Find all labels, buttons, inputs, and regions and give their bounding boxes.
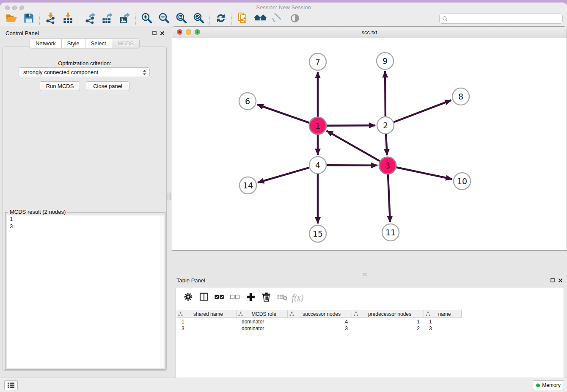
edge-2-8[interactable] <box>394 100 451 122</box>
select-all-checkboxes-icon <box>214 292 225 304</box>
column-header-name[interactable]: name <box>424 310 462 317</box>
cell-successor-nodes[interactable]: 3 <box>288 325 352 332</box>
zoom-selected-button[interactable] <box>190 13 207 25</box>
refresh-view-button[interactable] <box>212 13 229 25</box>
node-label: 1 <box>315 121 320 130</box>
node-10[interactable]: 10 <box>454 173 471 190</box>
node-6[interactable]: 6 <box>239 93 256 110</box>
edge-4-3[interactable] <box>327 165 377 166</box>
edge-3-11[interactable] <box>388 174 390 222</box>
tab-mcds[interactable]: MCDS <box>112 39 139 48</box>
hide-graphics-details-icon <box>272 12 283 25</box>
open-file-icon <box>6 12 17 26</box>
run-mcds-button[interactable]: Run MCDS <box>40 81 80 91</box>
save-session-icon <box>23 13 34 25</box>
zoom-out-button[interactable] <box>155 13 173 25</box>
search-input[interactable] <box>449 16 560 22</box>
float-panel-icon[interactable] <box>151 30 157 36</box>
show-graphics-details-button[interactable] <box>286 13 303 25</box>
vertical-splitter-grip[interactable] <box>168 193 171 200</box>
table-close-icon[interactable] <box>557 277 563 283</box>
column-header-predecessor-nodes[interactable]: predecessor nodes <box>352 310 424 317</box>
node-9[interactable]: 9 <box>377 52 394 69</box>
edge-1-2[interactable] <box>327 125 375 126</box>
import-table-button[interactable] <box>59 13 77 25</box>
sort-hierarchy-icon <box>178 310 183 318</box>
edge-1-6[interactable] <box>257 105 310 123</box>
select-all-checkboxes-button[interactable] <box>212 290 227 305</box>
function-builder-button[interactable]: f(x) <box>290 290 306 305</box>
cell-name[interactable]: 3 <box>424 325 462 332</box>
tab-select[interactable]: Select <box>85 39 112 48</box>
network-graph: 7968124314101511 <box>172 38 567 250</box>
edge-3-10[interactable] <box>396 167 452 179</box>
hide-graphics-details-button[interactable] <box>269 13 286 25</box>
cell-shared-name[interactable]: 1 <box>176 318 237 325</box>
zoom-in-button[interactable] <box>138 13 155 25</box>
task-history-button[interactable] <box>4 380 18 390</box>
delete-table-button[interactable] <box>274 290 290 305</box>
cell-mcds-role[interactable]: dominator <box>237 325 288 332</box>
network-window-titlebar: ✕ − + scc.txt <box>172 27 567 38</box>
memory-button[interactable]: Memory <box>533 380 564 390</box>
control-panel: Control Panel NetworkStyleSelectMCDS Opt… <box>0 26 169 373</box>
node-label: 3 <box>385 161 390 170</box>
horizontal-splitter-grip[interactable] <box>363 273 367 276</box>
zoom-fit-button[interactable] <box>173 13 190 25</box>
table-row[interactable]: 3dominator323 <box>176 325 563 332</box>
export-network-button[interactable] <box>81 13 99 25</box>
export-table-button[interactable] <box>99 13 116 25</box>
cell-successor-nodes[interactable]: 4 <box>288 318 352 325</box>
edge-2-3[interactable] <box>386 134 387 155</box>
node-11[interactable]: 11 <box>382 224 399 241</box>
function-builder-icon: f(x) <box>292 293 304 303</box>
node-8[interactable]: 8 <box>452 88 469 105</box>
window-title: Session: New Session <box>0 4 567 11</box>
criterion-dropdown[interactable]: strongly connected component <box>19 67 150 77</box>
column-header-shared-name[interactable]: shared name <box>176 310 237 317</box>
open-file-button[interactable] <box>3 13 20 25</box>
show-columns-button[interactable] <box>196 290 212 305</box>
table-row[interactable]: 1dominator411 <box>176 318 563 325</box>
cell-mcds-role[interactable]: dominator <box>237 318 288 325</box>
edge-4-14[interactable] <box>258 168 309 182</box>
cell-shared-name[interactable]: 3 <box>176 325 237 332</box>
close-panel-button[interactable]: Close panel <box>86 81 129 91</box>
zoom-fit-icon <box>176 12 187 25</box>
edge-3-1[interactable] <box>327 131 380 161</box>
node-4[interactable]: 4 <box>309 157 326 174</box>
cell-predecessor-nodes[interactable]: 2 <box>352 325 424 332</box>
column-header-successor-nodes[interactable]: successor nodes <box>288 310 352 317</box>
node-1[interactable]: 1 <box>309 117 326 134</box>
new-network-from-file-button[interactable] <box>234 13 251 25</box>
unselect-all-checkboxes-button[interactable] <box>227 290 243 305</box>
tab-style[interactable]: Style <box>61 39 85 48</box>
delete-columns-button[interactable] <box>259 290 274 305</box>
mcds-result-textarea[interactable]: 13 <box>7 215 164 368</box>
node-2[interactable]: 2 <box>377 117 394 134</box>
cell-name[interactable]: 1 <box>424 318 462 325</box>
node-15[interactable]: 15 <box>309 225 326 242</box>
save-session-button[interactable] <box>20 13 37 25</box>
network-canvas[interactable]: 7968124314101511 <box>172 38 567 250</box>
node-7[interactable]: 7 <box>309 53 326 70</box>
node-14[interactable]: 14 <box>239 177 256 194</box>
table-options-gear-button[interactable] <box>180 290 196 305</box>
column-label: successor nodes <box>294 311 352 317</box>
table-float-icon[interactable] <box>550 277 556 283</box>
close-panel-icon[interactable] <box>159 30 165 36</box>
mcds-result-groupbox: MCDS result (2 nodes) 13 <box>5 212 165 370</box>
show-columns-icon <box>199 292 209 304</box>
result-scrollbar[interactable] <box>160 215 164 368</box>
cell-predecessor-nodes[interactable]: 1 <box>352 318 424 325</box>
import-network-button[interactable] <box>42 13 59 25</box>
home-layout-button[interactable] <box>251 13 269 25</box>
tab-network[interactable]: Network <box>30 39 61 48</box>
export-image-button[interactable] <box>116 13 133 25</box>
edge-2-9[interactable] <box>385 71 385 116</box>
add-column-button[interactable] <box>243 290 259 305</box>
search-box[interactable] <box>439 14 563 24</box>
zoom-out-icon <box>158 12 170 25</box>
column-header-mcds-role[interactable]: MCDS role <box>237 310 288 317</box>
node-3[interactable]: 3 <box>379 157 396 174</box>
